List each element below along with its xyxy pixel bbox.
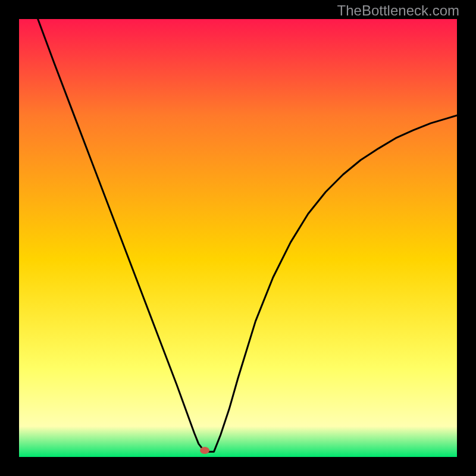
gradient-background [19, 19, 457, 457]
plot-svg [19, 19, 457, 457]
watermark-text: TheBottleneck.com [337, 2, 459, 19]
plot-area [19, 19, 457, 457]
minimum-marker [200, 447, 209, 454]
chart-frame: TheBottleneck.com [0, 0, 476, 476]
